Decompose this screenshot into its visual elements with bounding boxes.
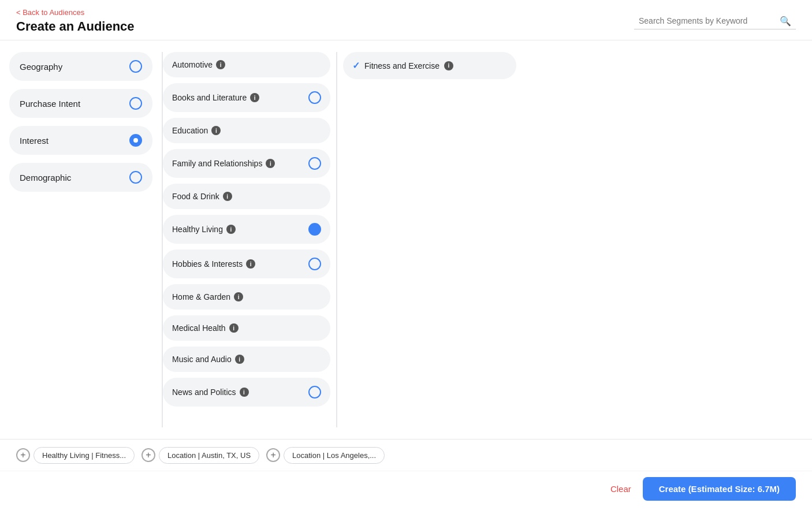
- subcategory-label-books: Books and Literature i: [172, 93, 259, 102]
- info-icon-automotive[interactable]: i: [216, 60, 225, 69]
- search-box: 🔍: [634, 13, 796, 29]
- category-radio-geography[interactable]: [129, 60, 142, 73]
- tag-plus-tag2[interactable]: +: [141, 448, 155, 462]
- info-icon-sub-fitness[interactable]: i: [444, 61, 453, 70]
- category-item-interest[interactable]: Interest: [9, 126, 152, 155]
- subsubcategory-item-fitness[interactable]: ✓ Fitness and Exercise i: [343, 52, 516, 79]
- info-icon-books[interactable]: i: [250, 93, 259, 102]
- subcategory-radio-news[interactable]: [308, 386, 321, 398]
- category-item-purchase_intent[interactable]: Purchase Intent: [9, 89, 152, 118]
- subsubcategories-column: ✓ Fitness and Exercise i: [337, 40, 812, 439]
- subcategory-label-hobbies: Hobbies & Interests i: [172, 259, 255, 269]
- tag-label-tag3: Location | Los Angeles,...: [284, 447, 385, 464]
- create-button[interactable]: Create (Estimated Size: 6.7M): [643, 477, 796, 501]
- subcategory-item-news[interactable]: News and Politics i: [163, 378, 330, 407]
- subcategory-radio-healthy_living[interactable]: [308, 223, 321, 236]
- subcategory-radio-family[interactable]: [308, 157, 321, 170]
- info-icon-hobbies[interactable]: i: [246, 259, 255, 269]
- subcategory-label-family: Family and Relationships i: [172, 159, 275, 168]
- subcategory-item-medical[interactable]: Medical Health i: [163, 315, 330, 341]
- subcategory-label-home_garden: Home & Garden i: [172, 292, 243, 301]
- tag-item-tag2: + Location | Austin, TX, US: [141, 447, 259, 464]
- tag-label-tag2: Location | Austin, TX, US: [159, 447, 259, 464]
- subcategory-item-hobbies[interactable]: Hobbies & Interests i: [163, 249, 330, 278]
- category-label-interest: Interest: [20, 136, 49, 146]
- info-icon-medical[interactable]: i: [229, 323, 239, 333]
- subcategory-item-home_garden[interactable]: Home & Garden i: [163, 284, 330, 310]
- subcategory-radio-hobbies[interactable]: [308, 258, 321, 270]
- tags-bar: + Healthy Living | Fitness... + Location…: [0, 439, 812, 471]
- header: < Back to Audiences Create an Audience 🔍: [0, 0, 812, 40]
- info-icon-education[interactable]: i: [211, 126, 221, 135]
- subcategory-item-automotive[interactable]: Automotive i: [163, 52, 330, 77]
- subcategory-label-news: News and Politics i: [172, 388, 249, 397]
- subcategory-item-music[interactable]: Music and Audio i: [163, 347, 330, 372]
- category-item-demographic[interactable]: Demographic: [9, 163, 152, 192]
- main-layout: Geography Purchase Intent Interest Demog…: [0, 40, 812, 439]
- subcategory-radio-books[interactable]: [308, 91, 321, 104]
- info-icon-food[interactable]: i: [223, 192, 232, 201]
- subcategory-label-medical: Medical Health i: [172, 323, 239, 333]
- subcategory-label-education: Education i: [172, 126, 221, 135]
- footer-actions: Clear Create (Estimated Size: 6.7M): [0, 471, 812, 506]
- subcategory-label-food: Food & Drink i: [172, 192, 232, 201]
- category-item-geography[interactable]: Geography: [9, 52, 152, 81]
- subcategory-label-music: Music and Audio i: [172, 355, 244, 364]
- subcategory-item-family[interactable]: Family and Relationships i: [163, 149, 330, 178]
- tag-item-tag3: + Location | Los Angeles,...: [266, 447, 385, 464]
- subcategory-label-healthy_living: Healthy Living i: [172, 225, 236, 234]
- search-input[interactable]: [639, 16, 777, 25]
- info-icon-news[interactable]: i: [240, 388, 249, 397]
- check-icon-fitness: ✓: [352, 60, 360, 71]
- subcategory-item-education[interactable]: Education i: [163, 118, 330, 143]
- category-label-demographic: Demographic: [20, 173, 71, 182]
- back-link[interactable]: < Back to Audiences: [16, 8, 135, 17]
- search-icon: 🔍: [780, 16, 791, 27]
- clear-button[interactable]: Clear: [610, 484, 631, 494]
- category-radio-demographic[interactable]: [129, 171, 142, 184]
- subcategory-item-healthy_living[interactable]: Healthy Living i: [163, 215, 330, 244]
- info-icon-healthy_living[interactable]: i: [226, 225, 236, 234]
- subsubcategory-label-fitness: Fitness and Exercise: [364, 61, 439, 70]
- info-icon-home_garden[interactable]: i: [234, 292, 243, 301]
- category-label-geography: Geography: [20, 62, 62, 72]
- category-radio-purchase_intent[interactable]: [129, 97, 142, 110]
- category-radio-interest[interactable]: [129, 134, 142, 147]
- tag-item-tag1: + Healthy Living | Fitness...: [16, 447, 135, 464]
- subcategory-item-books[interactable]: Books and Literature i: [163, 83, 330, 112]
- tag-label-tag1: Healthy Living | Fitness...: [33, 447, 135, 464]
- info-icon-family[interactable]: i: [266, 159, 275, 168]
- subcategories-column: Automotive i Books and Literature i Educ…: [163, 40, 336, 439]
- categories-column: Geography Purchase Intent Interest Demog…: [0, 40, 162, 439]
- subcategory-label-automotive: Automotive i: [172, 60, 225, 69]
- info-icon-music[interactable]: i: [235, 355, 244, 364]
- tag-plus-tag1[interactable]: +: [16, 448, 30, 462]
- subcategory-item-food[interactable]: Food & Drink i: [163, 184, 330, 209]
- tag-plus-tag3[interactable]: +: [266, 448, 280, 462]
- category-label-purchase_intent: Purchase Intent: [20, 99, 80, 109]
- page-title: Create an Audience: [16, 19, 135, 34]
